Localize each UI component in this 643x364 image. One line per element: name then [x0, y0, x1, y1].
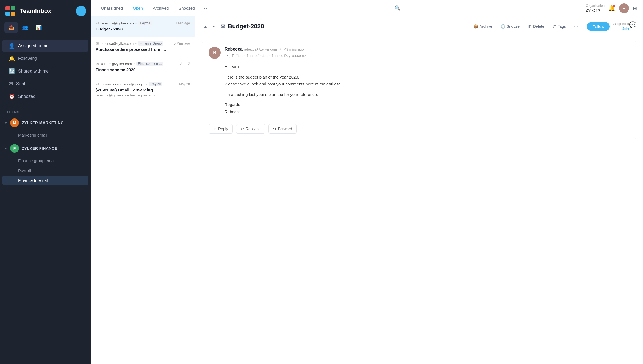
assigned-to-block: Assigned to John [611, 21, 630, 31]
finance-chevron: ▼ [4, 147, 7, 150]
contacts-icon-btn[interactable]: 👥 [18, 22, 32, 33]
mail-icon-4: ✉ [96, 82, 99, 86]
reply-button[interactable]: ↩ Reply [209, 124, 233, 134]
email-item-2[interactable]: ✉ helenca@zylker.com • Finance Group 5 M… [91, 37, 195, 57]
marketing-chevron: ▼ [4, 121, 7, 124]
msg-time: 49 mins ago [284, 47, 304, 51]
tab-unassigned[interactable]: Unassigned [96, 0, 128, 16]
follow-button[interactable]: Follow [587, 22, 610, 31]
content-area: ✉ rebecca@zylker.com • Payroll 1 Min ago… [91, 16, 643, 364]
search-icon[interactable]: 🔍 [393, 4, 402, 13]
sidebar-item-sent-label: Sent [16, 81, 25, 86]
sender-email: rebecca@zylker.com [244, 47, 277, 51]
reply-all-icon: ↩ [241, 127, 244, 131]
sidebar-item-marketing-email[interactable]: Marketing email [2, 130, 88, 140]
snooze-icon: 🕐 [501, 24, 505, 29]
msg-line-greeting: Hi team [225, 63, 630, 70]
nav-down-button[interactable]: ▼ [210, 23, 218, 30]
notification-dot [613, 5, 615, 7]
email-subject-1: Budget - 2020 [96, 27, 190, 31]
tags-button[interactable]: 🏷 Tags [549, 22, 569, 30]
team-finance-header[interactable]: ▼ F ZYLKER FINANCE [0, 141, 91, 155]
action-separator [584, 23, 584, 30]
marketing-team-name: ZYLKER MARKETING [22, 121, 64, 125]
sidebar-item-assigned[interactable]: 👤 Assigned to me [2, 40, 88, 52]
delete-button[interactable]: 🗑 Delete [525, 22, 547, 30]
msg-to-line: › To "team-finance" <team-finance@zylker… [225, 53, 630, 58]
sidebar-nav: 👤 Assigned to me 🔔 Following 🔄 Shared wi… [0, 36, 91, 106]
msg-actions: ↩ Reply ↩ Reply all ↪ Forward [209, 120, 630, 134]
sidebar-item-snoozed[interactable]: ⏰ Snoozed [2, 90, 88, 102]
detail-title-text: Budget-2020 [228, 23, 264, 30]
finance-group-email-label: Finance group email [18, 158, 56, 163]
email-detail: ▲ ▼ ✉ Budget-2020 📦 Archive 🕐 Snooze [195, 16, 643, 364]
sidebar-item-finance-internal[interactable]: Finance Internal [2, 176, 88, 185]
email-item-3[interactable]: ✉ kem.m@zylker.com • Finance Intern... J… [91, 57, 195, 77]
assigned-name: John [611, 26, 630, 31]
msg-line-content: Here is the budget plan of the year 2020… [225, 74, 630, 88]
tabs-more-icon[interactable]: ⋯ [200, 5, 209, 11]
chat-icon[interactable]: 💬 [629, 21, 636, 29]
inbox-icon-btn[interactable]: 📥 [4, 22, 18, 33]
app-title: TeamInbox [20, 7, 73, 15]
tabs-bar: Unassigned Open Archived Snoozed ⋯ 🔍 Org… [91, 0, 643, 16]
marketing-email-label: Marketing email [18, 133, 47, 137]
sender-info: Rebecca rebecca@zylker.com • 49 mins ago… [225, 47, 630, 58]
sidebar-item-assigned-label: Assigned to me [18, 43, 48, 48]
tab-snoozed[interactable]: Snoozed [174, 0, 200, 16]
sidebar-item-finance-group-email[interactable]: Finance group email [2, 156, 88, 165]
snoozed-icon: ⏰ [9, 93, 15, 99]
msg-line-regards: RegardsRebecca [225, 101, 630, 115]
email-from-3: kem.m@zylker.com [101, 62, 132, 66]
team-marketing-header[interactable]: ▼ M ZYLKER MARKETING [0, 116, 91, 130]
grid-icon[interactable]: ⊞ [633, 5, 638, 12]
nav-up-button[interactable]: ▲ [202, 23, 209, 30]
sidebar-item-payroll[interactable]: Payroll [2, 166, 88, 175]
svg-rect-0 [5, 6, 10, 10]
email-meta-2: ✉ helenca@zylker.com • Finance Group 5 M… [96, 41, 190, 46]
notification-bell-container: 🔔 [608, 5, 615, 12]
email-tag-4: Payroll [149, 82, 162, 86]
tab-open[interactable]: Open [128, 0, 148, 16]
following-icon: 🔔 [9, 55, 15, 62]
email-item-4[interactable]: ✉ forwarding-noreply@googl.. • Payroll M… [91, 77, 195, 102]
finance-team-name: ZYLKER FINANCE [22, 146, 57, 151]
forward-button[interactable]: ↪ Forward [268, 124, 297, 134]
expand-to-button[interactable]: › [225, 53, 230, 58]
more-button[interactable]: ⋯ [571, 22, 581, 30]
org-dropdown-icon[interactable]: ▾ [598, 8, 600, 13]
email-time-4: May 28 [179, 82, 190, 86]
reply-all-button[interactable]: ↩ Reply all [236, 124, 265, 134]
msg-body: Hi team Here is the budget plan of the y… [209, 63, 630, 115]
forward-icon: ↪ [273, 127, 276, 131]
assigned-icon: 👤 [9, 43, 15, 49]
email-tag-3: Finance Intern... [136, 62, 163, 66]
tags-icon: 🏷 [552, 24, 556, 29]
app-logo [4, 5, 16, 17]
thread-message: R Rebecca rebecca@zylker.com • 49 mins a… [202, 41, 636, 139]
email-time-2: 5 Mins ago [174, 41, 190, 45]
reports-icon-btn[interactable]: 📊 [32, 22, 46, 33]
mail-icon-3: ✉ [96, 62, 99, 66]
user-avatar[interactable]: R [619, 3, 629, 13]
email-item-1[interactable]: ✉ rebecca@zylker.com • Payroll 1 Min ago… [91, 16, 195, 37]
email-subject-4: (#1501362) Gmail Forwarding.... [96, 88, 190, 92]
sidebar-item-shared[interactable]: 🔄 Shared with me [2, 65, 88, 77]
email-from-1: rebecca@zylker.com [101, 21, 134, 25]
detail-mail-icon: ✉ [220, 23, 225, 30]
detail-header: ▲ ▼ ✉ Budget-2020 📦 Archive 🕐 Snooze [195, 16, 643, 35]
email-tag-1: Payroll [138, 21, 152, 25]
sidebar-item-following[interactable]: 🔔 Following [2, 52, 88, 65]
tab-archived[interactable]: Archived [148, 0, 174, 16]
sidebar-item-sent[interactable]: ✉ Sent [2, 78, 88, 90]
team-group-marketing: ▼ M ZYLKER MARKETING Marketing email [0, 116, 91, 140]
svg-rect-1 [11, 6, 15, 10]
mail-icon-2: ✉ [96, 41, 99, 46]
archive-button[interactable]: 📦 Archive [470, 22, 496, 30]
more-icon: ⋯ [574, 24, 578, 29]
org-info: Organization Zylker ▾ 🔔 R ⊞ [586, 3, 638, 13]
marketing-avatar: M [10, 118, 19, 127]
add-button[interactable]: + [76, 6, 86, 16]
snooze-button[interactable]: 🕐 Snooze [497, 22, 523, 30]
sent-icon: ✉ [9, 81, 13, 87]
